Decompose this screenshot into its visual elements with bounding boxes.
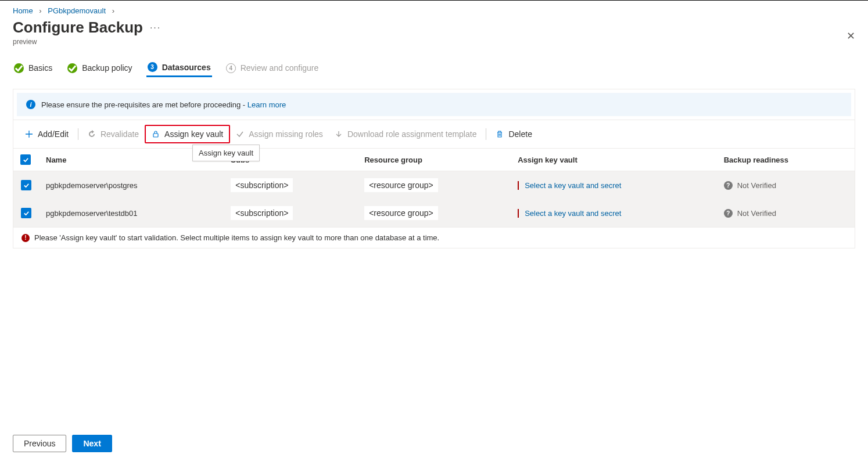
table-row[interactable]: pgbkpdemoserver\testdb01 <subscription> … (13, 199, 855, 227)
tab-label: Backup policy (82, 63, 132, 73)
lock-icon (152, 130, 160, 138)
readiness-label: Not Verified (737, 181, 776, 190)
question-icon: ? (724, 209, 733, 218)
toolbar: Add/Edit Revalidate Assign key vault Ass… (13, 120, 855, 148)
tab-label: Datasources (162, 63, 211, 72)
datasources-panel: i Please ensure the pre-requisites are m… (13, 89, 855, 248)
cell-readiness: ?Not Verified (724, 209, 776, 218)
info-icon: i (26, 100, 35, 109)
page-subtitle: preview (13, 38, 855, 46)
check-icon (67, 63, 77, 73)
error-icon: ! (21, 234, 30, 242)
readiness-label: Not Verified (737, 209, 776, 218)
download-template-button: Download role assignment template (329, 126, 483, 142)
tab-datasources[interactable]: 3 Datasources (146, 59, 212, 77)
table-row[interactable]: pgbkpdemoserver\postgres <subscription> … (13, 171, 855, 200)
info-text: Please ensure the pre-requisites are met… (41, 100, 245, 109)
wizard-tabs: Basics Backup policy 3 Datasources 4 Rev… (13, 59, 855, 77)
separator (78, 128, 78, 140)
col-resource-group[interactable]: Resource group (357, 149, 511, 171)
cell-name: pgbkpdemoserver\testdb01 (39, 199, 224, 227)
breadcrumb-vault[interactable]: PGbkpdemovault (48, 6, 106, 15)
svg-rect-0 (153, 134, 158, 137)
breadcrumb-home[interactable]: Home (13, 6, 33, 15)
separator (486, 128, 486, 140)
tab-label: Review and configure (241, 63, 319, 73)
info-banner: i Please ensure the pre-requisites are m… (17, 93, 851, 116)
check-icon (14, 63, 24, 73)
select-key-vault-link[interactable]: Select a key vault and secret (518, 209, 621, 218)
learn-more-link[interactable]: Learn more (248, 100, 286, 109)
assign-key-vault-button[interactable]: Assign key vault Assign key vault (145, 125, 230, 143)
breadcrumb: Home › PGbkpdemovault › (13, 1, 855, 19)
row-checkbox[interactable] (21, 180, 31, 190)
next-button[interactable]: Next (72, 435, 112, 452)
cell-subscription: <subscription> (231, 178, 293, 192)
toolbar-label: Add/Edit (38, 129, 69, 139)
toolbar-label: Revalidate (101, 129, 139, 139)
tab-backup-policy[interactable]: Backup policy (66, 59, 133, 77)
tab-basics[interactable]: Basics (13, 59, 53, 77)
page-title: Configure Backup (13, 19, 143, 37)
question-icon: ? (724, 181, 733, 190)
select-all-checkbox[interactable] (13, 149, 39, 171)
validation-text: Please 'Assign key vault' to start valid… (34, 233, 439, 242)
chevron-right-icon: › (39, 6, 41, 15)
step-number-icon: 4 (226, 63, 236, 73)
row-checkbox[interactable] (21, 208, 31, 218)
add-edit-button[interactable]: Add/Edit (19, 126, 74, 142)
step-number-icon: 3 (148, 62, 157, 72)
cell-resource-group: <resource group> (364, 178, 438, 192)
delete-button[interactable]: Delete (490, 126, 537, 142)
chevron-right-icon: › (112, 6, 114, 15)
tab-review: 4 Review and configure (225, 59, 320, 77)
tooltip: Assign key vault (192, 145, 260, 161)
toolbar-label: Download role assignment template (347, 129, 477, 139)
revalidate-button: Revalidate (82, 126, 145, 142)
toolbar-label: Delete (508, 129, 532, 139)
col-assign-key-vault[interactable]: Assign key vault (511, 149, 717, 171)
refresh-icon (88, 130, 96, 138)
assign-missing-roles-button: Assign missing roles (230, 126, 329, 142)
toolbar-label: Assign key vault (164, 129, 223, 139)
validation-message: ! Please 'Assign key vault' to start val… (13, 227, 855, 248)
close-icon[interactable]: ✕ (847, 30, 855, 42)
trash-icon (496, 130, 504, 138)
previous-button[interactable]: Previous (13, 435, 66, 452)
plus-icon (25, 130, 33, 138)
col-backup-readiness[interactable]: Backup readiness (717, 149, 855, 171)
datasources-table: Name Subs Resource group Assign key vaul… (13, 148, 855, 227)
toolbar-label: Assign missing roles (249, 129, 323, 139)
check-icon (236, 130, 244, 138)
tab-label: Basics (28, 63, 52, 73)
select-key-vault-link[interactable]: Select a key vault and secret (518, 181, 621, 190)
cell-subscription: <subscription> (231, 206, 293, 220)
footer: Previous Next (13, 435, 112, 452)
cell-resource-group: <resource group> (364, 206, 438, 220)
more-icon[interactable]: ··· (150, 23, 161, 33)
cell-readiness: ?Not Verified (724, 181, 776, 190)
download-icon (335, 130, 343, 138)
cell-name: pgbkpdemoserver\postgres (39, 171, 224, 200)
